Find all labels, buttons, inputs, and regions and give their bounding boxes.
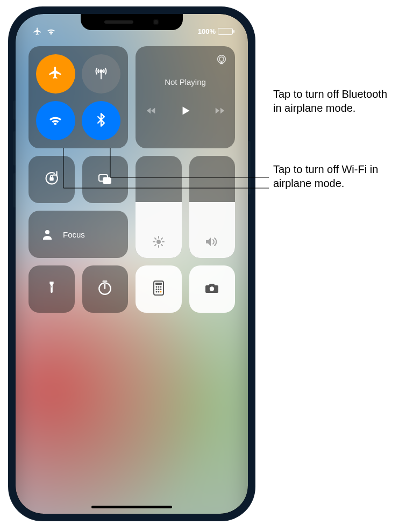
cellular-data-toggle[interactable] [82,54,121,94]
camera-icon [204,282,220,297]
volume-icon [204,235,219,250]
svg-point-7 [45,230,49,234]
device-notch [81,14,183,30]
svg-point-23 [155,286,157,288]
calculator-button[interactable] [136,265,182,313]
svg-line-15 [155,245,156,246]
control-center-panel: Not Playing [28,46,235,313]
airplay-icon[interactable] [216,54,227,68]
svg-line-13 [155,238,156,239]
next-track-button[interactable] [214,105,226,117]
previous-track-button[interactable] [145,105,157,117]
home-indicator[interactable] [91,506,172,508]
svg-point-29 [155,291,157,293]
svg-point-28 [160,289,161,290]
orientation-lock-toggle[interactable] [28,156,75,203]
timer-icon [97,280,113,298]
svg-rect-22 [155,283,162,285]
svg-point-24 [158,286,159,288]
wifi-icon [48,112,63,130]
svg-rect-6 [103,177,111,184]
screen-mirroring-button[interactable] [82,156,129,203]
play-button[interactable] [179,104,193,118]
svg-point-32 [210,286,214,291]
media-playback-group[interactable]: Not Playing [136,46,235,148]
device-frame: 100% [8,6,255,521]
orientation-lock-icon [42,169,61,190]
calculator-icon [152,280,165,298]
airplane-icon [48,66,63,83]
flashlight-icon [46,280,58,298]
focus-button[interactable]: Focus [28,211,128,258]
svg-rect-17 [51,286,52,287]
svg-point-3 [219,57,224,61]
svg-point-8 [156,240,161,244]
media-title: Not Playing [165,77,206,87]
brightness-icon [152,235,165,250]
svg-rect-4 [49,177,53,181]
callout-wifi: Tap to turn off Wi-Fi in airplane mode. [273,162,391,190]
callout-bluetooth: Tap to turn off Bluetooth in airplane mo… [273,87,391,115]
cellular-antenna-icon [94,66,109,83]
timer-button[interactable] [82,265,129,313]
airplane-mode-toggle[interactable] [36,54,75,94]
svg-line-14 [161,245,162,246]
wifi-toggle[interactable] [36,101,75,140]
svg-point-31 [160,291,161,293]
camera-button[interactable] [189,265,236,313]
bluetooth-icon [94,112,109,130]
focus-person-icon [38,225,56,243]
bluetooth-toggle[interactable] [82,101,121,140]
svg-point-25 [160,286,161,288]
flashlight-button[interactable] [28,265,75,313]
svg-point-30 [158,291,159,293]
svg-line-16 [161,238,162,239]
svg-point-26 [155,289,157,290]
screen-mirroring-icon [96,170,113,189]
volume-slider[interactable] [189,156,236,258]
brightness-slider[interactable] [136,156,182,258]
focus-label: Focus [63,230,85,239]
connectivity-group[interactable] [28,46,128,148]
svg-point-27 [158,289,159,290]
